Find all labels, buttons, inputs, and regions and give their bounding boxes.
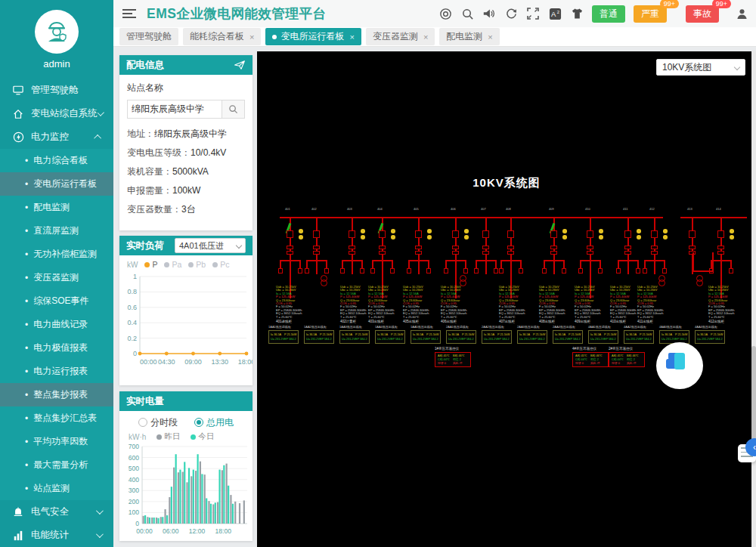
meter-value: EP 584.2 bbox=[320, 337, 332, 342]
tab-变电所运行看板[interactable]: 变电所运行看板× bbox=[265, 28, 361, 45]
sidebar-item-电气安全[interactable]: 电气安全 bbox=[0, 500, 113, 524]
legend-item-Pc[interactable]: Pc bbox=[212, 260, 229, 269]
search-icon[interactable] bbox=[460, 7, 474, 20]
sidebar-item-电力监控[interactable]: 电力监控 bbox=[0, 125, 113, 149]
sidebar-item-管理驾驶舱[interactable]: 管理驾驶舱 bbox=[0, 79, 113, 102]
meter-box-2AA1低压进线柜[interactable]: Ia 36.5AP 21.5kWUa 231.2VEP 584.2 bbox=[446, 330, 476, 344]
branch-drop bbox=[342, 261, 343, 268]
fullscreen-icon[interactable] bbox=[526, 7, 540, 20]
legend-item-今日[interactable]: 今日 bbox=[191, 431, 214, 442]
indicator-lamp-icon bbox=[562, 229, 567, 233]
chevron-down-icon bbox=[97, 110, 104, 116]
tab-能耗综合看板[interactable]: 能耗综合看板× bbox=[183, 28, 261, 45]
readout-block-401进线柜: Uab = 10.25kVUbc = 10.26kVIa = 12.56AP =… bbox=[276, 286, 323, 319]
sidebar-item-综保SOE事件[interactable]: •综保SOE事件 bbox=[0, 289, 113, 313]
svg-text:200: 200 bbox=[129, 498, 139, 505]
site-search-button[interactable] bbox=[222, 100, 245, 119]
sidebar-item-电力曲线记录[interactable]: •电力曲线记录 bbox=[0, 313, 113, 336]
meter-box-1AA2低压出线柜[interactable]: Ia 36.5AP 21.5kWUa 231.2VEP 584.2 bbox=[304, 330, 334, 344]
meter-box-2AA2低压出线柜[interactable]: Ia 36.5AP 21.5kWUa 231.2VEP 584.2 bbox=[482, 330, 512, 344]
tab-close-icon[interactable]: × bbox=[249, 32, 254, 42]
legend-item-Pa[interactable]: Pa bbox=[164, 260, 181, 269]
meter-box-1AA3低压出线柜[interactable]: Ia 36.5AP 21.5kWUa 231.2VEP 584.2 bbox=[339, 330, 370, 344]
meter-box-4AA1低压进线柜[interactable]: Ia 36.5AP 21.5kWUa 231.2VEP 584.2 bbox=[588, 330, 618, 344]
sidebar-item-平均功率因数[interactable]: •平均功率因数 bbox=[0, 430, 113, 453]
sidebar-item-无功补偿柜监测[interactable]: •无功补偿柜监测 bbox=[0, 243, 113, 266]
sidebar-item-电力综合看板[interactable]: •电力综合看板 bbox=[0, 149, 113, 172]
radio-总用电[interactable]: 总用电 bbox=[194, 416, 234, 429]
tab-close-icon[interactable]: × bbox=[488, 32, 492, 42]
branch-drop bbox=[326, 261, 327, 268]
sidebar-item-整点集抄报表[interactable]: •整点集抄报表 bbox=[0, 383, 113, 406]
meter-box-2AA4低压出线柜[interactable]: Ia 36.5AP 21.5kWUa 231.2VEP 584.2 bbox=[553, 330, 583, 344]
sidebar-item-整点集抄汇总表[interactable]: •整点集抄汇总表 bbox=[0, 406, 113, 430]
temp-box-4#变压器温控仪[interactable]: A相 45℃B相 46℃C相 44℃档位 2报警 0风机 停 bbox=[572, 352, 609, 367]
tab-close-icon[interactable]: × bbox=[423, 32, 428, 42]
meter-box-2AA3低压出线柜[interactable]: Ia 36.5AP 21.5kWUa 231.2VEP 584.2 bbox=[517, 330, 547, 344]
sidebar-item-变压器监测[interactable]: •变压器监测 bbox=[0, 266, 113, 289]
edge-assistant-widget[interactable]: ‹ bbox=[738, 438, 756, 462]
collapse-menu-icon[interactable] bbox=[122, 7, 136, 20]
alarm-badge-普通[interactable]: 普通 bbox=[592, 5, 625, 23]
branch-drop bbox=[428, 261, 429, 268]
indicator-lamp-icon bbox=[427, 229, 432, 233]
legend-item-昨日[interactable]: 昨日 bbox=[156, 431, 180, 442]
sidebar-item-电力极值报表[interactable]: •电力极值报表 bbox=[0, 336, 113, 360]
readout-label: 406出线柜 bbox=[441, 320, 457, 323]
tab-配电监测[interactable]: 配电监测× bbox=[439, 28, 499, 45]
alarm-badge-事故[interactable]: 事故99+ bbox=[686, 5, 719, 23]
tab-close-icon[interactable]: × bbox=[349, 32, 354, 42]
radio-分时段[interactable]: 分时段 bbox=[138, 416, 178, 429]
avatar[interactable] bbox=[35, 10, 79, 54]
svg-text:0: 0 bbox=[133, 350, 137, 357]
active-tab-dot bbox=[272, 35, 277, 39]
readout-label: 407出线柜 bbox=[499, 320, 515, 323]
sidebar-item-电能统计[interactable]: 电能统计 bbox=[0, 524, 113, 547]
sidebar-item-站点监测[interactable]: •站点监测 bbox=[0, 477, 113, 500]
sidebar-item-配电监测[interactable]: •配电监测 bbox=[0, 196, 113, 219]
feeder-select[interactable]: 4A01低压进 bbox=[175, 238, 246, 253]
sidebar-item-直流屏监测[interactable]: •直流屏监测 bbox=[0, 219, 113, 243]
legend-item-P[interactable]: P bbox=[144, 260, 157, 269]
branch-tee bbox=[580, 260, 601, 261]
meter-box-1AA5低压出线柜[interactable]: Ia 36.5AP 21.5kWUa 231.2VEP 584.2 bbox=[411, 330, 441, 344]
tab-变压器监测[interactable]: 变压器监测× bbox=[366, 28, 435, 45]
sidebar-item-变电所运行看板[interactable]: •变电所运行看板 bbox=[0, 172, 113, 196]
sidebar-item-变电站综自系统[interactable]: 变电站综自系统 bbox=[0, 102, 113, 125]
font-size-icon[interactable]: A2 bbox=[548, 7, 562, 20]
temp-value: 风机 停 bbox=[453, 362, 468, 366]
indicator-lamp-icon bbox=[299, 229, 303, 233]
ct-icon bbox=[379, 251, 386, 255]
temp-box-1#变压器温控仪[interactable]: A相 45℃B相 46℃C相 44℃档位 2报警 0风机 停 bbox=[435, 352, 471, 367]
site-search-input[interactable] bbox=[127, 100, 222, 119]
meter-box-1AA1低压进线柜[interactable]: Ia 36.5AP 21.5kWUa 231.2VEP 584.2 bbox=[268, 330, 299, 344]
readout-row: T = 25.60℃ bbox=[441, 316, 488, 319]
indicator-lamp-icon bbox=[663, 235, 668, 240]
info-field-label: 申报需量： bbox=[127, 185, 172, 196]
refresh-icon[interactable] bbox=[504, 7, 518, 20]
legend-dot bbox=[191, 434, 196, 440]
meter-box-4AA4低压出线柜[interactable]: Ia 36.5AP 21.5kWUa 231.2VEP 584.2 bbox=[695, 330, 725, 344]
send-icon[interactable] bbox=[234, 60, 246, 70]
diagram-select[interactable]: 10KV系统图 bbox=[656, 59, 745, 76]
todesk-floating-logo[interactable] bbox=[656, 342, 703, 389]
alarm-badge-严重[interactable]: 严重99+ bbox=[634, 5, 667, 23]
aim-icon[interactable] bbox=[438, 7, 452, 20]
branch-drop bbox=[618, 261, 619, 268]
temp-box-2#变压器温控仪[interactable]: A相 45℃B相 46℃C相 44℃档位 2报警 0风机 停 bbox=[609, 352, 645, 367]
meter-box-1AA4低压出线柜[interactable]: Ia 36.5AP 21.5kWUa 231.2VEP 584.2 bbox=[375, 330, 405, 344]
volume-icon[interactable] bbox=[482, 7, 496, 20]
sidebar-item-最大需量分析[interactable]: •最大需量分析 bbox=[0, 453, 113, 477]
branch-drop bbox=[361, 261, 363, 268]
sidebar-subitem-label: 变压器监测 bbox=[33, 271, 79, 284]
user-icon[interactable] bbox=[735, 7, 748, 20]
meter-box-4AA3低压出线柜[interactable]: Ia 36.5AP 21.5kWUa 231.2VEP 584.2 bbox=[659, 330, 689, 344]
tab-管理驾驶舱[interactable]: 管理驾驶舱 bbox=[119, 28, 178, 45]
sidebar-item-电力运行报表[interactable]: •电力运行报表 bbox=[0, 360, 113, 383]
fuse-box-icon bbox=[542, 268, 547, 274]
legend-item-Pb[interactable]: Pb bbox=[188, 260, 206, 269]
ct-icon bbox=[587, 246, 593, 249]
theme-icon[interactable] bbox=[570, 7, 584, 20]
meter-box-4AA2低压出线柜[interactable]: Ia 36.5AP 21.5kWUa 231.2VEP 584.2 bbox=[624, 330, 654, 344]
indicator-lamp-icon bbox=[730, 229, 734, 233]
